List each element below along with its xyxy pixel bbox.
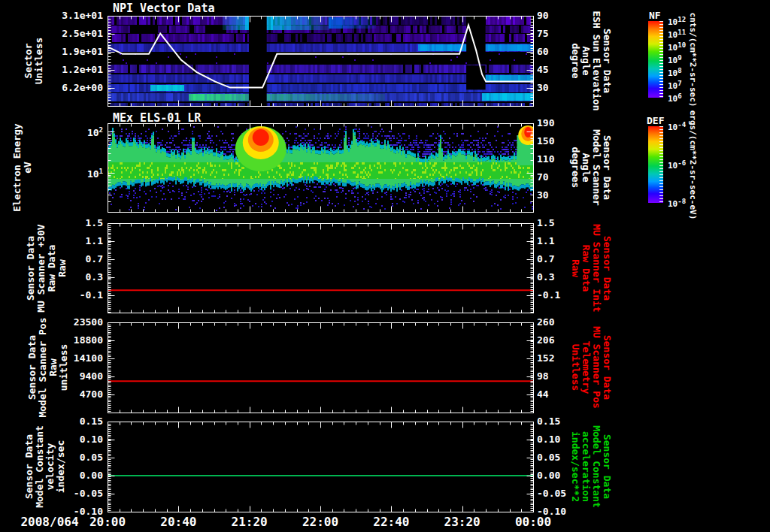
y-tick-left-npi-vector-data: 1.9e+01 [62, 47, 103, 57]
x-tick-label: 20:40 [160, 517, 196, 527]
panel1-title: NPI Vector Data [113, 2, 214, 15]
y-tick-left-model-scanner-pos: 23500 [74, 317, 103, 328]
axis-label-right-mex-els-01-lr-box: Sensor Data Model Scanner Angle degrees [546, 123, 636, 212]
y-tick-left-mu-scanner-plus30v: 1.1 [86, 236, 103, 246]
y-tick-left-model-scanner-pos: 14100 [74, 353, 103, 364]
nf-colorbar-tick-label: 109 [668, 53, 682, 67]
y-tick-right-model-scanner-pos: 98 [537, 371, 549, 382]
axis-label-left-mex-els-01-lr: Electron Energy eV [12, 123, 33, 211]
y-tick-left-mu-scanner-plus30v: 1.5 [86, 218, 103, 228]
axis-label-left-mex-els-01-lr-box: Electron Energy eV [0, 123, 68, 212]
nf-colorbar-tick-label: 106 [668, 91, 682, 105]
nf-colorbar-units: cnts/(cm**2-sr-sec) [689, 12, 699, 107]
axis-label-right-npi-vector-data-box: Sensor Data ESH Sun Elevation Angle degr… [546, 16, 636, 106]
y-tick-right-npi-vector-data: 90 [537, 11, 549, 21]
y-tick-left-npi-vector-data: 1.2e+01 [62, 65, 103, 75]
x-tick-label: 21:20 [232, 517, 268, 527]
axis-label-left-mu-scanner-plus30v-box: Sensor Data MU Scanner +30V Raw Data Raw [2, 223, 92, 313]
y-tick-right-mu-scanner-plus30v: 1.1 [537, 236, 554, 246]
x-tick-label: 23:20 [444, 517, 480, 527]
y-tick-left-model-constant: -0.05 [74, 488, 103, 499]
y-tick-right-model-scanner-pos: 44 [537, 389, 549, 400]
y-tick-right-npi-vector-data: 60 [537, 47, 549, 57]
y-tick-left-mu-scanner-plus30v: 0.3 [86, 272, 103, 283]
y-tick-right-mex-els-01-lr: 150 [537, 136, 554, 147]
nf-colorbar-tick-label: 1012 [668, 14, 686, 29]
y-tick-right-model-constant: 0.10 [537, 434, 560, 445]
def-colorbar-tick-label: 10-4 [668, 119, 686, 134]
y-tick-left-mu-scanner-plus30v: 0.7 [86, 254, 103, 264]
model-scanner-pos-plot-canvas [108, 322, 534, 413]
y-tick-right-mu-scanner-plus30v: -0.1 [537, 290, 560, 301]
y-tick-right-mu-scanner-plus30v: 1.5 [537, 218, 554, 228]
y-tick-right-mex-els-01-lr: 190 [537, 118, 554, 128]
y-tick-right-model-constant: 0.00 [537, 470, 560, 481]
y-tick-left-npi-vector-data: 3.1e+01 [62, 11, 103, 21]
nf-colorbar-tick-label: 107 [668, 78, 682, 92]
y-tick-left-mex-els-01-lr: 102 [87, 125, 103, 138]
y-tick-left-model-constant: 0.15 [80, 416, 103, 427]
y-tick-right-mex-els-01-lr: 110 [537, 154, 554, 165]
def-colorbar-units: ergs/(cm**2-sr-sec-eV) [689, 110, 699, 219]
nf-colorbar-title: NF [649, 10, 661, 21]
axis-label-right-model-scanner-pos: Sensor Data MU Scanner Pos Telemetry Uni… [570, 326, 612, 409]
y-tick-left-model-scanner-pos: 4700 [80, 389, 103, 400]
y-tick-left-npi-vector-data: 2.5e+01 [62, 29, 103, 39]
axis-label-right-mex-els-01-lr: Sensor Data Model Scanner Angle degrees [570, 129, 612, 206]
date-label: 2008/064 [20, 517, 78, 527]
y-tick-left-npi-vector-data: 6.2e+00 [62, 83, 103, 93]
axis-label-right-model-constant: Sensor Data Model Constant acceleration … [570, 425, 612, 508]
axis-label-left-mu-scanner-plus30v: Sensor Data MU Scanner +30V Raw Data Raw [26, 224, 68, 312]
axis-label-left-model-scanner-pos: Sensor Data Model Scanner Pos Raw unitle… [27, 317, 69, 417]
mex-els-01-lr-plot-canvas [108, 123, 534, 213]
y-tick-left-model-constant: 0.05 [80, 452, 103, 463]
axis-label-right-model-scanner-pos-box: Sensor Data MU Scanner Pos Telemetry Uni… [546, 322, 636, 413]
x-tick-label: 22:00 [302, 517, 338, 527]
y-tick-right-model-constant: 0.15 [537, 416, 560, 427]
x-tick-label: 22:40 [373, 517, 409, 527]
axis-label-left-npi-vector-data: Sector Unitless [23, 38, 44, 85]
y-tick-left-mu-scanner-plus30v: -0.1 [80, 290, 103, 301]
y-tick-right-model-constant: 0.05 [537, 452, 560, 463]
y-tick-left-model-constant: 0.10 [80, 434, 103, 445]
nf-colorbar-tick-label: 1010 [668, 40, 686, 54]
y-tick-right-model-scanner-pos: 260 [537, 317, 554, 328]
axis-label-right-mu-scanner-plus30v: Sensor Data MU Scanner Init Raw Data Raw [570, 224, 612, 312]
nf-colorbar-tick-label: 1011 [668, 27, 686, 41]
mu-scanner-plus30v-plot-canvas [108, 223, 534, 313]
x-tick-label: 00:00 [515, 517, 551, 527]
def-colorbar-tick-label: 10-6 [668, 158, 686, 172]
y-tick-right-mu-scanner-plus30v: 0.3 [537, 272, 554, 283]
science-plot-figure: NPI Vector Data MEx ELS-01 LR NF cnts/(c… [0, 0, 770, 532]
y-tick-right-npi-vector-data: 30 [537, 83, 549, 93]
def-colorbar-tick-label: 10-8 [668, 196, 686, 210]
y-tick-left-model-scanner-pos: 18800 [74, 335, 103, 346]
y-tick-left-model-constant: 0.00 [80, 470, 103, 481]
y-tick-right-mu-scanner-plus30v: 0.7 [537, 254, 554, 264]
nf-colorbar-tick-label: 108 [668, 65, 682, 80]
y-tick-right-model-scanner-pos: 152 [537, 353, 554, 364]
y-tick-right-mex-els-01-lr: 30 [537, 190, 549, 201]
y-tick-right-npi-vector-data: 45 [537, 65, 549, 75]
y-tick-left-mex-els-01-lr: 101 [87, 166, 103, 180]
x-tick-label: 20:00 [89, 517, 126, 527]
y-tick-right-model-constant: -0.05 [537, 488, 566, 499]
axis-label-right-npi-vector-data: Sensor Data ESH Sun Elevation Angle degr… [570, 11, 612, 110]
model-constant-plot-canvas [108, 422, 534, 512]
y-tick-right-mex-els-01-lr: 70 [537, 172, 549, 183]
y-tick-left-model-scanner-pos: 9400 [80, 371, 103, 382]
y-tick-right-npi-vector-data: 75 [537, 29, 549, 39]
y-tick-right-model-scanner-pos: 206 [537, 335, 554, 346]
axis-label-left-model-constant: Sensor Data Model Constant velocity inde… [24, 425, 66, 508]
npi-vector-data-plot-canvas [108, 16, 534, 107]
